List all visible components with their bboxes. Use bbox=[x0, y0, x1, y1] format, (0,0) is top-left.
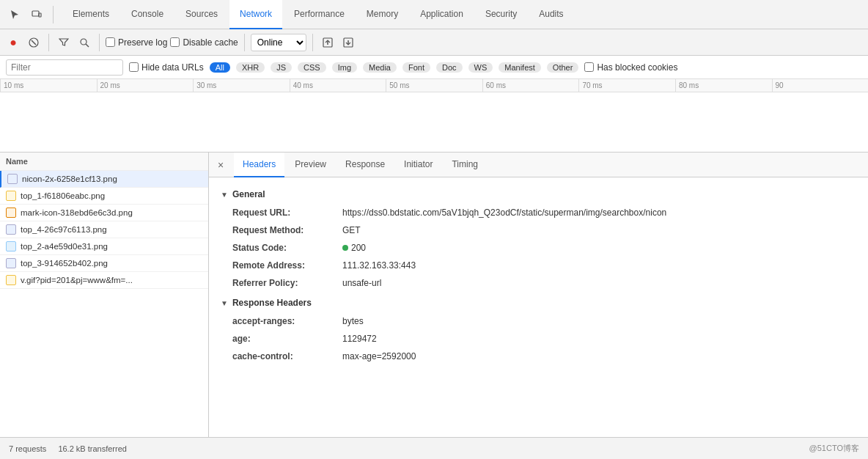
file-item-1[interactable]: top_1-f61806eabc.png bbox=[0, 188, 208, 205]
file-icon-img-3 bbox=[6, 224, 16, 235]
filter-chip-doc[interactable]: Doc bbox=[436, 62, 463, 73]
ruler-mark-7: 70 ms bbox=[578, 79, 675, 92]
filter-button[interactable] bbox=[55, 34, 73, 51]
search-button[interactable] bbox=[76, 34, 93, 51]
request-url-key: Request URL: bbox=[232, 206, 342, 219]
tab-sources[interactable]: Sources bbox=[175, 0, 228, 29]
main-content: Name nicon-2x-6258e1cf13.png top_1-f6180… bbox=[0, 153, 868, 437]
ruler-mark-5: 50 ms bbox=[386, 79, 482, 92]
separator-1 bbox=[48, 34, 49, 51]
file-item-5[interactable]: top_3-914652b402.png bbox=[0, 255, 208, 272]
status-code-row: Status Code: 200 bbox=[221, 239, 856, 257]
tab-network[interactable]: Network bbox=[229, 0, 282, 29]
ruler-mark-8: 80 ms bbox=[675, 79, 772, 92]
filter-chip-css[interactable]: CSS bbox=[298, 62, 326, 73]
import-har-button[interactable] bbox=[319, 34, 336, 51]
file-item-4[interactable]: top_2-a4e59d0e31.png bbox=[0, 238, 208, 255]
file-name-6: v.gif?pid=201&pj=www&fm=... bbox=[21, 276, 133, 284]
filter-chip-ws[interactable]: WS bbox=[468, 62, 493, 73]
detail-tab-timing[interactable]: Timing bbox=[443, 153, 487, 177]
detail-tab-response[interactable]: Response bbox=[336, 153, 394, 177]
referrer-policy-row: Referrer Policy: unsafe-url bbox=[221, 274, 856, 292]
detail-tab-initiator[interactable]: Initiator bbox=[395, 153, 441, 177]
general-section-header[interactable]: ▼ General bbox=[221, 183, 856, 204]
separator-3 bbox=[244, 34, 245, 51]
file-name-4: top_2-a4e59d0e31.png bbox=[21, 242, 108, 251]
filter-bar: Hide data URLs All XHR JS CSS Img Media … bbox=[0, 56, 868, 79]
devtools-tabs-bar: Elements Console Sources Network Perform… bbox=[0, 0, 868, 29]
file-item-0[interactable]: nicon-2x-6258e1cf13.png bbox=[0, 171, 208, 188]
export-har-button[interactable] bbox=[339, 34, 357, 51]
detail-tab-preview[interactable]: Preview bbox=[286, 153, 335, 177]
detail-content: ▼ General Request URL: https://dss0.bdst… bbox=[209, 177, 868, 371]
file-item-2[interactable]: mark-icon-318ebd6e6c3d.png bbox=[0, 205, 208, 221]
detail-tab-headers[interactable]: Headers bbox=[234, 153, 284, 177]
file-name-1: top_1-f61806eabc.png bbox=[21, 191, 105, 200]
timeline-chart bbox=[0, 92, 868, 153]
tab-application[interactable]: Application bbox=[410, 0, 474, 29]
file-icon-img-orange bbox=[6, 208, 16, 218]
filter-chip-all[interactable]: All bbox=[210, 62, 230, 73]
stop-button[interactable] bbox=[25, 34, 43, 51]
file-list-pane: Name nicon-2x-6258e1cf13.png top_1-f6180… bbox=[0, 153, 209, 437]
accept-ranges-key: accept-ranges: bbox=[232, 315, 342, 328]
disable-cache-label[interactable]: Disable cache bbox=[170, 37, 238, 48]
file-item-3[interactable]: top_4-26c97c6113.png bbox=[0, 221, 208, 238]
filter-chip-manifest[interactable]: Manifest bbox=[499, 62, 541, 73]
filter-chip-media[interactable]: Media bbox=[363, 62, 397, 73]
detail-close-button[interactable]: × bbox=[213, 158, 228, 172]
filter-chip-font[interactable]: Font bbox=[402, 62, 430, 73]
file-icon-img-5 bbox=[6, 258, 16, 268]
tab-elements[interactable]: Elements bbox=[62, 0, 119, 29]
has-blocked-cookies-label[interactable]: Has blocked cookies bbox=[584, 62, 677, 73]
responsive-icon[interactable] bbox=[28, 6, 45, 23]
disable-cache-checkbox[interactable] bbox=[170, 37, 180, 47]
file-name-0: nicon-2x-6258e1cf13.png bbox=[22, 175, 117, 183]
tab-security[interactable]: Security bbox=[475, 0, 527, 29]
network-toolbar: ● Preserve log Disable cache Online Slow… bbox=[0, 29, 868, 56]
filter-input[interactable] bbox=[6, 59, 123, 76]
tab-console[interactable]: Console bbox=[121, 0, 174, 29]
request-method-val: GET bbox=[342, 224, 361, 237]
svg-line-5 bbox=[86, 44, 89, 47]
file-name-5: top_3-914652b402.png bbox=[21, 259, 108, 268]
ruler-mark-4: 40 ms bbox=[290, 79, 386, 92]
has-blocked-cookies-checkbox[interactable] bbox=[584, 62, 594, 72]
record-button[interactable]: ● bbox=[4, 34, 22, 51]
hide-data-urls-checkbox[interactable] bbox=[129, 62, 139, 72]
ruler-mark-9: 90 bbox=[772, 79, 869, 92]
cursor-icon[interactable] bbox=[6, 6, 23, 23]
preserve-log-label[interactable]: Preserve log bbox=[106, 37, 167, 48]
svg-rect-0 bbox=[32, 11, 39, 16]
detail-pane: × Headers Preview Response Initiator Tim… bbox=[209, 153, 868, 437]
filter-chip-other[interactable]: Other bbox=[547, 62, 579, 73]
file-item-6[interactable]: v.gif?pid=201&pj=www&fm=... bbox=[0, 272, 208, 289]
remote-address-val: 111.32.163.33:443 bbox=[342, 259, 416, 272]
response-headers-section-header[interactable]: ▼ Response Headers bbox=[221, 292, 856, 312]
file-list-header: Name bbox=[0, 153, 208, 171]
referrer-policy-key: Referrer Policy: bbox=[232, 276, 342, 290]
status-dot-icon bbox=[342, 245, 348, 251]
request-url-val: https://dss0.bdstatic.com/5aV1bjqh_Q23od… bbox=[342, 206, 666, 219]
cache-control-val: max-age=2592000 bbox=[342, 350, 416, 363]
tab-icon-group bbox=[6, 6, 54, 23]
cache-control-row: cache-control: max-age=2592000 bbox=[221, 348, 856, 365]
filter-chip-img[interactable]: Img bbox=[332, 62, 357, 73]
filter-chip-xhr[interactable]: XHR bbox=[236, 62, 265, 73]
tab-performance[interactable]: Performance bbox=[284, 0, 355, 29]
status-code-val: 200 bbox=[342, 241, 366, 254]
tab-memory[interactable]: Memory bbox=[356, 0, 408, 29]
separator-2 bbox=[99, 34, 100, 51]
tab-audits[interactable]: Audits bbox=[529, 0, 573, 29]
throttle-select[interactable]: Online Slow 3G Fast 3G Offline bbox=[251, 34, 306, 51]
file-icon-gif bbox=[6, 275, 16, 285]
remote-address-row: Remote Address: 111.32.163.33:443 bbox=[221, 257, 856, 274]
accept-ranges-val: bytes bbox=[342, 315, 364, 328]
preserve-log-checkbox[interactable] bbox=[106, 37, 115, 47]
request-url-row: Request URL: https://dss0.bdstatic.com/5… bbox=[221, 204, 856, 221]
hide-data-urls-label[interactable]: Hide data URLs bbox=[129, 62, 204, 73]
response-headers-triangle-icon: ▼ bbox=[221, 299, 228, 307]
request-method-key: Request Method: bbox=[232, 224, 342, 237]
accept-ranges-row: accept-ranges: bytes bbox=[221, 312, 856, 330]
filter-chip-js[interactable]: JS bbox=[271, 62, 292, 73]
